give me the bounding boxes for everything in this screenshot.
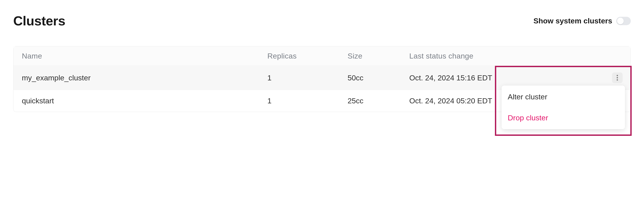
table-header-row: Name Replicas Size Last status change [14,46,630,66]
toggle-knob [617,18,624,24]
cell-size: 25cc [340,90,402,112]
column-header-replicas: Replicas [260,46,340,66]
toggle-label: Show system clusters [534,17,612,25]
menu-item-alter-cluster[interactable]: Alter cluster [502,86,625,107]
column-header-actions [587,46,630,66]
svg-point-0 [617,75,618,76]
row-actions-button[interactable] [612,72,622,83]
column-header-size: Size [340,46,402,66]
column-header-last-status-change: Last status change [402,46,587,66]
svg-point-2 [617,79,618,81]
cell-name: quickstart [14,90,260,112]
show-system-clusters-toggle[interactable] [616,17,631,25]
kebab-icon [616,75,618,81]
row-actions-menu: Alter cluster Drop cluster [502,85,625,129]
page-header: Clusters Show system clusters [13,13,631,29]
clusters-table-container: Name Replicas Size Last status change my… [13,46,631,112]
show-system-clusters-control: Show system clusters [534,17,631,25]
cell-name: my_example_cluster [14,66,260,90]
column-header-name: Name [14,46,260,66]
svg-point-1 [617,77,618,78]
cell-size: 50cc [340,66,402,90]
cell-replicas: 1 [260,66,340,90]
page-title: Clusters [13,13,65,29]
menu-item-drop-cluster[interactable]: Drop cluster [502,107,625,128]
cell-replicas: 1 [260,90,340,112]
